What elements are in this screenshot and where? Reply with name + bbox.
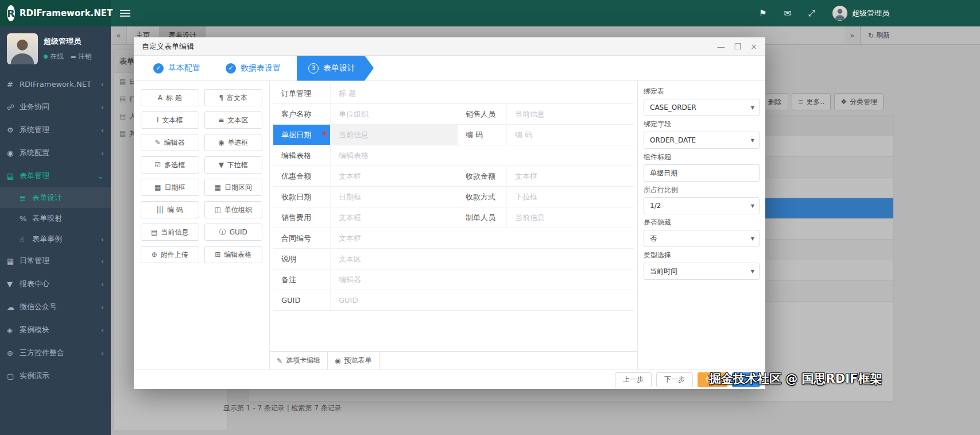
form-field-label-selected[interactable]: 单据日期 * (273, 125, 331, 145)
palette-item-current-info[interactable]: ▤当前信息 (141, 224, 199, 241)
sidebar-item-business-collab[interactable]: ☍ 业务协同 ‹ (0, 95, 111, 118)
palette-item-datebox[interactable]: ▦日期框 (141, 179, 199, 196)
logout-button[interactable]: ➦注销 (71, 52, 92, 61)
palette-item-richtext[interactable]: ¶富文本 (204, 89, 263, 106)
palette-item-textarea[interactable]: ≡文本区 (204, 111, 263, 129)
sidebar-item-system-management[interactable]: ⚙ 系统管理 ‹ (0, 118, 111, 141)
palette-item-radio[interactable]: ◉单选框 (204, 134, 263, 151)
form-management-submenu: ≣ 表单设计 % 表单映射 ☝ 表单事例 ‹ (0, 187, 111, 249)
tab-preview-form[interactable]: ◉ 预览表单 (328, 352, 379, 369)
announcement-icon[interactable]: ⚑ (759, 8, 766, 18)
maximize-button[interactable]: ❐ (734, 43, 742, 51)
form-field-label[interactable]: 制单人员 (458, 207, 507, 228)
menu-label: 业务协同 (20, 102, 49, 112)
sidebar-item-report-center[interactable]: ▼ 报表中心 ‹ (0, 272, 111, 295)
form-field-label[interactable]: 说明 (273, 249, 331, 270)
sidebar-item-case-module[interactable]: ◈ 案例模块 ‹ (0, 318, 111, 341)
form-field-label[interactable]: GUID (273, 290, 331, 311)
form-field[interactable]: 单位组织 (331, 104, 458, 125)
chevron-left-icon: ‹ (101, 103, 104, 111)
palette-item-guid[interactable]: ⓘGUID (204, 224, 263, 241)
form-field[interactable]: 文本框 (331, 207, 458, 228)
row-ratio-select[interactable]: 1/2 ▼ (644, 197, 760, 214)
chevron-down-icon: ▼ (751, 138, 754, 143)
form-field-label[interactable]: 编 码 (458, 125, 507, 145)
palette-item-attachment[interactable]: ⊕附件上传 (141, 246, 199, 263)
sidebar-item-wechat[interactable]: ☁ 微信公众号 ‹ (0, 295, 111, 318)
user-avatar[interactable] (7, 33, 38, 64)
form-field-label[interactable]: 销售人员 (458, 104, 507, 125)
form-field[interactable]: 当前信息 (507, 207, 634, 228)
palette-item-organization[interactable]: ◫单位组织 (204, 201, 263, 218)
required-star: * (322, 129, 327, 140)
form-field[interactable]: 标 题 (331, 83, 634, 104)
sidebar-item-form-management[interactable]: ▤ 表单管理 ⌄ (0, 164, 111, 187)
form-field[interactable]: 当前信息 (507, 104, 634, 125)
form-field[interactable]: GUID (331, 290, 634, 311)
sidebar-item-demo[interactable]: ▢ 实例演示 (0, 364, 111, 387)
form-field-label[interactable]: 收款金额 (458, 166, 507, 187)
checkbox-icon: ☑ (154, 161, 161, 169)
form-field-label[interactable]: 收款日期 (273, 187, 331, 207)
component-title-input[interactable]: 单据日期 (644, 164, 760, 182)
palette-item-dropdown[interactable]: ▼下拉框 (204, 156, 263, 174)
form-field[interactable]: 文本区 (331, 249, 634, 270)
type-select[interactable]: 当前时间 ▼ (644, 263, 760, 280)
form-field-label[interactable]: 备注 (273, 270, 331, 290)
sidebar-item-rdiframework[interactable]: # RDIFramework.NET ‹ (0, 72, 111, 95)
sidebar-subitem-form-mapping[interactable]: % 表单映射 (0, 208, 111, 229)
palette-item-code[interactable]: |||编 码 (141, 201, 199, 218)
step-basic-config[interactable]: ✓ 基本配置 (141, 63, 213, 74)
step-datatable-setup[interactable]: ✓ 数据表设置 (213, 63, 293, 74)
sidebar-menu: # RDIFramework.NET ‹ ☍ 业务协同 ‹ ⚙ 系统管理 ‹ ◉… (0, 72, 111, 387)
form-field-label[interactable]: 合同编号 (273, 228, 331, 249)
palette-item-edit-table[interactable]: ⊞编辑表格 (204, 246, 263, 263)
sidebar-item-system-config[interactable]: ◉ 系统配置 ‹ (0, 141, 111, 164)
sidebar-item-thirdparty-integration[interactable]: ⊕ 三方控件整合 ‹ (0, 341, 111, 364)
palette-item-checkbox[interactable]: ☑多选框 (141, 156, 199, 174)
form-field-label[interactable]: 收款方式 (458, 187, 507, 207)
step-form-design-active[interactable]: 3 表单设计 (297, 56, 374, 81)
form-field-label[interactable]: 销售费用 (273, 207, 331, 228)
sidebar-subitem-form-case[interactable]: ☝ 表单事例 ‹ (0, 229, 111, 249)
close-button[interactable]: × (750, 43, 757, 51)
palette-item-editor[interactable]: ✎编辑器 (141, 134, 199, 151)
sidebar-subitem-form-design[interactable]: ≣ 表单设计 (0, 187, 111, 208)
palette-item-title[interactable]: A标 题 (141, 89, 199, 106)
tab-option-card-edit[interactable]: ✎ 选项卡编辑 (270, 352, 328, 369)
diamond-icon: ◈ (7, 326, 20, 334)
form-field[interactable]: 文本框 (331, 166, 458, 187)
user-menu[interactable]: 超级管理员 (832, 6, 889, 21)
sidebar-item-daily-management[interactable]: ▦ 日常管理 ‹ (0, 249, 111, 272)
form-field-label[interactable]: 优惠金额 (273, 166, 331, 187)
palette-item-textbox[interactable]: I文本框 (141, 111, 199, 129)
form-field-selected[interactable]: 当前信息 (331, 125, 458, 145)
palette-item-daterange[interactable]: ▦日期区间 (204, 179, 263, 196)
form-field[interactable]: 文本框 (507, 166, 634, 187)
menu-toggle-button[interactable] (120, 10, 130, 17)
form-row: 销售费用 文本框 制单人员 当前信息 (273, 207, 634, 228)
mail-icon[interactable]: ✉ (784, 8, 791, 18)
form-field[interactable]: 下拉框 (507, 187, 634, 207)
form-field[interactable]: 编 码 (507, 125, 634, 145)
fullscreen-icon[interactable]: ⤢ (808, 8, 815, 18)
minimize-button[interactable]: — (717, 43, 725, 51)
form-field[interactable]: 文本框 (331, 228, 634, 249)
bind-field-select[interactable]: ORDER_DATE ▼ (644, 132, 760, 149)
dialog-header[interactable]: 自定义表单编辑 — ❐ × (134, 37, 765, 56)
prev-step-button[interactable]: 上一步 (615, 372, 652, 387)
form-field-label[interactable]: 客户名称 (273, 104, 331, 125)
bind-table-select[interactable]: CASE_ORDER ▼ (644, 99, 760, 116)
form-field[interactable]: 编辑表格 (331, 145, 634, 166)
form-field-label[interactable]: 编辑表格 (273, 145, 331, 166)
app-logo[interactable]: R RDIFramework.NET (0, 0, 111, 26)
chevron-left-icon: ‹ (101, 303, 104, 311)
next-step-button[interactable]: 下一步 (656, 372, 693, 387)
form-field[interactable]: 编辑器 (331, 270, 634, 290)
form-field-label[interactable]: 订单管理 (273, 83, 331, 104)
prop-label: 所占行比例 (644, 185, 760, 195)
hand-icon: ☝ (20, 235, 32, 244)
dialog-title: 自定义表单编辑 (142, 41, 194, 52)
hidden-select[interactable]: 否 ▼ (644, 230, 760, 247)
form-field[interactable]: 日期框 (331, 187, 458, 207)
